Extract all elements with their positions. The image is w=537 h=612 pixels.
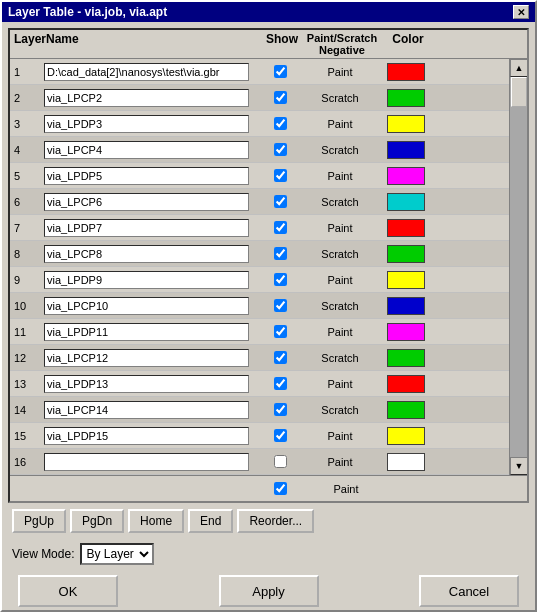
row-name-cell[interactable] [42,140,260,160]
row-name-cell[interactable] [42,296,260,316]
row-name-input[interactable] [44,453,249,471]
row-name-cell[interactable] [42,244,260,264]
row-name-input[interactable] [44,141,249,159]
row-name-input[interactable] [44,427,249,445]
row-show-cell[interactable] [260,117,300,130]
row-show-cell[interactable] [260,455,300,468]
row-name-cell[interactable] [42,218,260,238]
row-show-cell[interactable] [260,351,300,364]
row-name-input[interactable] [44,349,249,367]
row-show-checkbox[interactable] [274,455,287,468]
row-name-input[interactable] [44,323,249,341]
color-swatch[interactable] [387,141,425,159]
scroll-down-button[interactable]: ▼ [510,457,527,475]
row-color-cell[interactable] [380,89,432,107]
row-name-input[interactable] [44,401,249,419]
row-color-cell[interactable] [380,245,432,263]
row-name-input[interactable] [44,297,249,315]
row-show-checkbox[interactable] [274,273,287,286]
home-button[interactable]: Home [128,509,184,533]
row-name-input[interactable] [44,271,249,289]
bottom-checkbox-input[interactable] [274,482,287,495]
row-color-cell[interactable] [380,141,432,159]
row-show-checkbox[interactable] [274,403,287,416]
color-swatch[interactable] [387,427,425,445]
pgup-button[interactable]: PgUp [12,509,66,533]
row-show-cell[interactable] [260,325,300,338]
row-color-cell[interactable] [380,297,432,315]
color-swatch[interactable] [387,375,425,393]
row-color-cell[interactable] [380,427,432,445]
reorder-button[interactable]: Reorder... [237,509,314,533]
row-name-cell[interactable] [42,426,260,446]
row-name-input[interactable] [44,115,249,133]
row-color-cell[interactable] [380,63,432,81]
row-name-cell[interactable] [42,88,260,108]
row-show-checkbox[interactable] [274,429,287,442]
row-color-cell[interactable] [380,349,432,367]
end-button[interactable]: End [188,509,233,533]
view-mode-select[interactable]: By Layer By Name By Type [80,543,154,565]
row-name-input[interactable] [44,193,249,211]
row-color-cell[interactable] [380,375,432,393]
row-name-input[interactable] [44,375,249,393]
row-name-input[interactable] [44,89,249,107]
row-show-checkbox[interactable] [274,377,287,390]
row-color-cell[interactable] [380,453,432,471]
scrollbar[interactable]: ▲ ▼ [509,59,527,475]
row-show-cell[interactable] [260,429,300,442]
row-name-cell[interactable] [42,452,260,472]
color-swatch[interactable] [387,245,425,263]
row-show-cell[interactable] [260,247,300,260]
row-show-cell[interactable] [260,403,300,416]
row-color-cell[interactable] [380,115,432,133]
pgdn-button[interactable]: PgDn [70,509,124,533]
row-name-input[interactable] [44,219,249,237]
row-name-cell[interactable] [42,322,260,342]
apply-button[interactable]: Apply [219,575,319,607]
bottom-show-checkbox[interactable] [260,482,300,495]
scroll-thumb[interactable] [511,77,527,107]
row-name-cell[interactable] [42,374,260,394]
color-swatch[interactable] [387,167,425,185]
row-color-cell[interactable] [380,193,432,211]
cancel-button[interactable]: Cancel [419,575,519,607]
scroll-up-button[interactable]: ▲ [510,59,527,77]
row-color-cell[interactable] [380,401,432,419]
color-swatch[interactable] [387,297,425,315]
color-swatch[interactable] [387,193,425,211]
row-show-checkbox[interactable] [274,65,287,78]
row-name-cell[interactable] [42,192,260,212]
ok-button[interactable]: OK [18,575,118,607]
row-name-cell[interactable] [42,270,260,290]
color-swatch[interactable] [387,115,425,133]
row-color-cell[interactable] [380,271,432,289]
row-show-checkbox[interactable] [274,299,287,312]
row-show-cell[interactable] [260,377,300,390]
row-show-checkbox[interactable] [274,169,287,182]
row-show-cell[interactable] [260,195,300,208]
row-show-cell[interactable] [260,299,300,312]
row-name-cell[interactable] [42,348,260,368]
color-swatch[interactable] [387,453,425,471]
row-name-input[interactable] [44,167,249,185]
row-show-checkbox[interactable] [274,221,287,234]
row-show-checkbox[interactable] [274,325,287,338]
row-show-cell[interactable] [260,65,300,78]
row-show-checkbox[interactable] [274,195,287,208]
color-swatch[interactable] [387,89,425,107]
row-show-checkbox[interactable] [274,117,287,130]
row-name-cell[interactable] [42,166,260,186]
row-show-cell[interactable] [260,143,300,156]
row-show-checkbox[interactable] [274,351,287,364]
row-name-input[interactable] [44,63,249,81]
color-swatch[interactable] [387,219,425,237]
color-swatch[interactable] [387,323,425,341]
color-swatch[interactable] [387,349,425,367]
color-swatch[interactable] [387,401,425,419]
row-color-cell[interactable] [380,323,432,341]
row-name-input[interactable] [44,245,249,263]
row-name-cell[interactable] [42,114,260,134]
color-swatch[interactable] [387,271,425,289]
row-show-cell[interactable] [260,273,300,286]
